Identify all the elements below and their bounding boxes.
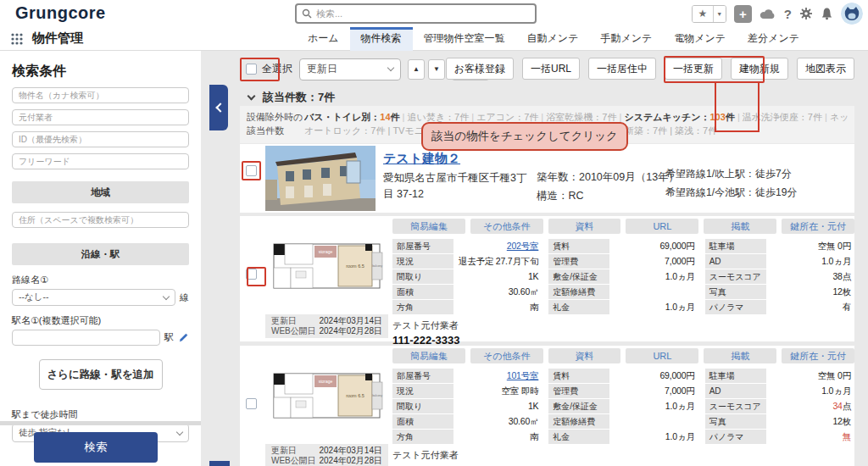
equipment-filter-line2-right[interactable]: 新築：7件 | 築浅：7件 [625, 124, 717, 137]
app-title: 物件管理 [32, 31, 83, 47]
favorite-split-button[interactable]: ★ ▼ [692, 5, 726, 23]
address-input[interactable] [12, 212, 189, 228]
building-name-link[interactable]: テスト建物２ [383, 151, 460, 167]
table-row: 現況退去予定 27.7月下旬 [392, 254, 542, 269]
building-photo[interactable] [265, 146, 376, 211]
equipment-filter-item[interactable]: 追い焚き：7件 [408, 112, 470, 122]
room-table-column: 部屋番号101号室現況空室 即時間取り1K面積30.60㎡方角南 [392, 369, 542, 445]
field-label: 面積 [392, 414, 453, 429]
table-row: 現況空室 即時 [392, 384, 542, 398]
help-icon[interactable]: ? [784, 7, 792, 21]
nav-tab-denbutsu-maint[interactable]: 電物メンテ [663, 27, 737, 51]
sidebar-collapse-button[interactable] [209, 85, 228, 130]
nav-tab-property-search[interactable]: 物件検索 [350, 27, 413, 51]
room-tab[interactable]: URL [626, 348, 698, 363]
building-built-year: 築年数：2010年09月（13年） [537, 170, 679, 185]
select-all-label: 全選択 [262, 62, 292, 76]
station-name-label: 駅名①(複数選択可能) [12, 314, 189, 327]
room-tab[interactable]: 資料 [548, 348, 621, 363]
field-label: 方角 [392, 300, 453, 314]
equipment-filter-line2-left[interactable]: オートロック：7件 | TVモニ [304, 125, 424, 136]
room-tab[interactable]: 鍵所在・元付 [782, 348, 854, 363]
room-tab[interactable]: URL [626, 219, 698, 234]
field-label: 定額修繕費 [548, 414, 609, 429]
field-value: 34点 [766, 399, 854, 413]
field-value[interactable]: 202号室 [453, 239, 542, 253]
search-input[interactable] [316, 8, 530, 19]
room-row: storage room 6.5 balcony 更新日2024年03月14日 … [240, 216, 854, 341]
bulk-url-button[interactable]: 一括URL [522, 58, 580, 80]
room-checkbox[interactable] [246, 398, 257, 409]
sort-asc-button[interactable]: ▲ [408, 59, 425, 80]
nav-tab-manual-maint[interactable]: 手動メンテ [589, 27, 663, 51]
floorplan-image[interactable]: storage room 6.5 balcony [265, 219, 388, 312]
app-grid-icon[interactable] [10, 32, 24, 49]
room-tab[interactable]: 簡易編集 [392, 219, 465, 234]
freeword-input[interactable] [12, 153, 189, 169]
line-select[interactable]: --なし-- [12, 289, 175, 306]
separator: | [538, 112, 546, 122]
room-table-column: 駐車場空無 0円AD1.0ヵ月スーモスコア34点写真12枚パノラマ無 [705, 369, 854, 445]
table-row: 面積30.60㎡ [392, 285, 542, 299]
building-new-button[interactable]: 建物新規 [731, 58, 788, 80]
bell-icon[interactable] [821, 7, 833, 20]
caret-down-icon[interactable]: ▼ [713, 6, 726, 22]
equipment-filter-item[interactable]: 浴室乾燥機：7件 [546, 112, 616, 122]
pencil-icon[interactable] [178, 332, 189, 343]
room-tab[interactable]: その他条件 [470, 219, 543, 234]
room-tab[interactable]: 掲載 [704, 348, 776, 363]
sort-select[interactable]: 更新日 [299, 58, 401, 80]
area-section-header[interactable]: 地域 [12, 181, 189, 203]
nav-tab-auto-maint[interactable]: 自動メンテ [516, 27, 590, 51]
equipment-filter-item[interactable]: バス・トイレ別：14件 [304, 112, 400, 122]
bulk-update-button[interactable]: 一括更新 [665, 58, 722, 80]
nav-tab-home[interactable]: ホーム [297, 27, 350, 51]
equipment-filter-item[interactable]: 温水洗浄便座：7件 [743, 112, 822, 122]
room-table-column: 賃料69,000円管理費7,000円敷金/保証金1.0ヵ月定額修繕費礼金1.0ヵ… [548, 369, 698, 445]
equipment-filter-item[interactable]: エアコン：7件 [476, 112, 538, 122]
room-checkbox[interactable] [246, 269, 257, 280]
station-input[interactable] [12, 330, 160, 346]
global-search[interactable] [295, 3, 537, 24]
annotation-tooltip: 該当の物件をチェックしてクリック [421, 122, 628, 151]
select-all-checkbox[interactable] [246, 64, 257, 75]
search-button[interactable]: 検索 [34, 432, 158, 463]
table-row: 賃料69,000円 [548, 369, 698, 383]
field-value: 12枚 [766, 414, 854, 429]
equipment-filter-item[interactable]: システムキッチン：103件 [624, 112, 734, 122]
user-avatar[interactable] [841, 3, 863, 25]
equipment-filter-item[interactable]: ネット無料：7件 [830, 112, 848, 122]
sort-desc-button[interactable]: ▼ [428, 59, 445, 80]
agent-input[interactable] [12, 109, 189, 125]
room-tab[interactable]: その他条件 [470, 348, 543, 363]
building-checkbox[interactable] [246, 165, 257, 176]
room-tab[interactable]: 鍵所在・元付 [782, 219, 854, 234]
add-line-station-button[interactable]: さらに路線・駅を追加 [39, 359, 163, 390]
id-input[interactable] [12, 131, 189, 147]
customer-register-button[interactable]: お客様登録 [446, 58, 514, 80]
line-station-section-header[interactable]: 沿線・駅 [12, 243, 189, 265]
result-count-row[interactable]: 該当件数：7件 [248, 90, 335, 105]
star-icon[interactable]: ★ [693, 6, 713, 22]
nav-tab-vacancy-list[interactable]: 管理物件空室一覧 [413, 27, 516, 51]
nav-tab-diff-maint[interactable]: 差分メンテ [737, 27, 810, 51]
sidebar-collapse-tab-bottom [209, 461, 230, 466]
add-button[interactable]: + [734, 5, 752, 23]
property-name-input[interactable] [12, 87, 189, 103]
room-tab[interactable]: 簡易編集 [392, 348, 465, 363]
field-value[interactable]: 101号室 [453, 369, 542, 383]
room-tab[interactable]: 資料 [548, 219, 621, 234]
field-label: 礼金 [548, 430, 609, 444]
walk-time-label: 駅まで徒歩時間 [12, 408, 189, 421]
separator: | [735, 112, 743, 122]
field-label: 写真 [705, 414, 766, 429]
room-tab[interactable]: 掲載 [704, 219, 776, 234]
map-view-button[interactable]: 地図表示 [797, 58, 854, 80]
floorplan-image[interactable]: storage room 6.5 balcony [265, 348, 388, 441]
date-label: 更新日 [271, 316, 297, 326]
chevron-down-icon [387, 64, 394, 71]
gear-icon[interactable] [799, 7, 813, 20]
cloud-icon[interactable] [760, 8, 776, 20]
bulk-occupied-button[interactable]: 一括居住中 [588, 58, 656, 80]
date-value: 2024年03月14日 [320, 446, 383, 456]
